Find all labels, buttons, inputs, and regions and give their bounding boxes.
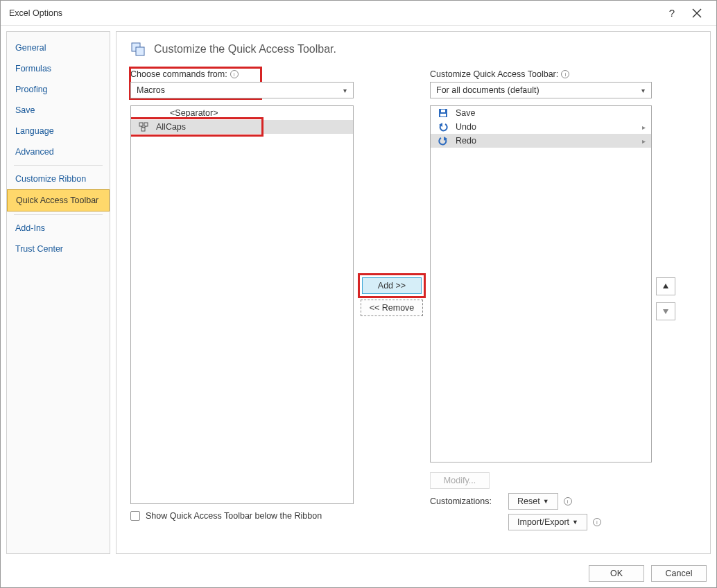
sidebar-item-label: Proofing: [15, 85, 48, 94]
main-panel: Customize the Quick Access Toolbar. Choo…: [116, 31, 711, 554]
add-button[interactable]: Add >>: [362, 277, 422, 294]
save-icon: [438, 107, 449, 119]
customizations-label: Customizations:: [430, 496, 503, 506]
undo-icon: [438, 121, 449, 132]
remove-button[interactable]: << Remove: [361, 300, 424, 316]
sidebar-item-label: Trust Center: [15, 244, 63, 254]
chevron-down-icon: ▾: [339, 85, 350, 96]
svg-rect-4: [139, 123, 143, 126]
qat-icon: [130, 42, 146, 57]
sidebar-item-label: Save: [15, 105, 35, 115]
dropdown-value: For all documents (default): [436, 85, 539, 95]
left-column: Choose commands from: i Macros ▾ <Separa…: [130, 69, 354, 521]
list-item-save[interactable]: Save: [431, 106, 651, 120]
info-icon[interactable]: i: [561, 70, 569, 78]
chevron-down-icon: ▼: [572, 519, 578, 526]
svg-marker-15: [663, 309, 668, 314]
svg-rect-11: [441, 110, 445, 112]
sidebar-item-advanced[interactable]: Advanced: [7, 141, 110, 162]
add-label: Add >>: [378, 281, 406, 291]
dialog-body: General Formulas Proofing Save Language …: [1, 26, 716, 560]
sidebar-item-label: Add-Ins: [15, 223, 45, 233]
header-row: Customize the Quick Access Toolbar.: [130, 42, 699, 57]
svg-rect-5: [144, 123, 148, 126]
sidebar-item-label: Customize Ribbon: [15, 174, 86, 184]
ok-button[interactable]: OK: [589, 565, 644, 582]
cancel-label: Cancel: [666, 569, 693, 578]
modify-label: Modify...: [444, 476, 476, 485]
info-icon[interactable]: i: [593, 518, 601, 526]
list-item-label: Save: [456, 108, 646, 118]
list-item-label: <Separator>: [156, 108, 347, 118]
remove-label: << Remove: [370, 303, 415, 313]
move-down-button[interactable]: [656, 302, 675, 320]
sidebar-item-label: Quick Access Toolbar: [16, 196, 98, 205]
sidebar-item-trust-center[interactable]: Trust Center: [7, 239, 110, 259]
svg-rect-10: [440, 114, 446, 116]
sidebar-item-proofing[interactable]: Proofing: [7, 79, 110, 100]
sidebar-item-save[interactable]: Save: [7, 100, 110, 121]
window-title: Excel Options: [9, 8, 659, 18]
show-below-ribbon-row[interactable]: Show Quick Access Toolbar below the Ribb…: [130, 511, 354, 521]
customize-qat-label-row: Customize Quick Access Toolbar: i: [430, 69, 652, 79]
show-below-ribbon-label: Show Quick Access Toolbar below the Ribb…: [146, 511, 322, 521]
sidebar-item-label: General: [15, 43, 46, 53]
list-item-label: Redo: [456, 136, 635, 146]
chevron-down-icon: ▾: [637, 85, 648, 96]
cancel-button[interactable]: Cancel: [651, 565, 707, 582]
info-icon[interactable]: i: [230, 70, 239, 78]
list-item-redo[interactable]: Redo ▸: [431, 134, 651, 148]
reset-button[interactable]: Reset ▼: [508, 493, 558, 510]
help-button[interactable]: ?: [659, 3, 684, 23]
sidebar-item-quick-access-toolbar[interactable]: Quick Access Toolbar: [7, 189, 110, 211]
info-icon[interactable]: i: [564, 497, 572, 505]
ok-label: OK: [610, 569, 623, 578]
category-sidebar: General Formulas Proofing Save Language …: [6, 31, 110, 554]
divider: [14, 165, 103, 166]
chevron-down-icon: ▼: [543, 498, 549, 505]
sidebar-item-customize-ribbon[interactable]: Customize Ribbon: [7, 168, 110, 189]
sidebar-item-formulas[interactable]: Formulas: [7, 58, 110, 79]
list-item-separator[interactable]: <Separator>: [131, 106, 353, 120]
list-item-label: Undo: [456, 122, 635, 132]
below-right-area: Modify... Customizations: Reset ▼ i: [430, 468, 652, 530]
macro-icon: [138, 121, 149, 132]
submenu-indicator-icon: ▸: [642, 123, 646, 131]
excel-options-dialog: Excel Options ? General Formulas Proofin…: [0, 0, 717, 588]
show-below-ribbon-checkbox[interactable]: [130, 511, 140, 521]
choose-commands-label-row: Choose commands from: i: [130, 69, 354, 79]
center-buttons: Add >> << Remove: [354, 69, 430, 316]
sidebar-item-language[interactable]: Language: [7, 121, 110, 141]
page-title: Customize the Quick Access Toolbar.: [154, 43, 336, 55]
redo-icon: [438, 135, 449, 146]
list-item-allcaps[interactable]: AllCaps: [131, 120, 353, 134]
available-commands-list[interactable]: <Separator> AllCaps: [130, 105, 354, 504]
sidebar-item-add-ins[interactable]: Add-Ins: [7, 218, 110, 239]
import-export-button[interactable]: Import/Export ▼: [508, 514, 587, 530]
submenu-indicator-icon: ▸: [642, 137, 646, 145]
import-export-label: Import/Export: [517, 517, 569, 527]
reset-label: Reset: [517, 496, 540, 506]
choose-commands-dropdown[interactable]: Macros ▾: [130, 82, 354, 98]
svg-rect-3: [136, 47, 144, 55]
close-button[interactable]: [684, 3, 709, 23]
move-up-button[interactable]: [656, 277, 675, 295]
divider: [14, 214, 103, 215]
sidebar-item-general[interactable]: General: [7, 37, 110, 58]
customize-qat-dropdown[interactable]: For all documents (default) ▾: [430, 82, 652, 98]
customize-qat-label: Customize Quick Access Toolbar:: [430, 69, 558, 79]
current-qat-list[interactable]: Save Undo ▸: [430, 105, 652, 462]
list-item-label: AllCaps: [156, 122, 347, 132]
titlebar: Excel Options ?: [1, 1, 716, 26]
right-column: Customize Quick Access Toolbar: i For al…: [430, 69, 652, 530]
modify-button: Modify...: [430, 472, 490, 489]
svg-marker-14: [663, 284, 668, 288]
sidebar-item-label: Advanced: [15, 147, 54, 157]
svg-rect-6: [141, 128, 145, 131]
two-columns: Choose commands from: i Macros ▾ <Separa…: [130, 69, 699, 530]
dropdown-value: Macros: [137, 85, 165, 95]
reorder-buttons: [656, 277, 680, 320]
choose-commands-label: Choose commands from:: [130, 69, 227, 79]
list-item-undo[interactable]: Undo ▸: [431, 120, 651, 134]
dialog-footer: OK Cancel: [1, 560, 716, 587]
